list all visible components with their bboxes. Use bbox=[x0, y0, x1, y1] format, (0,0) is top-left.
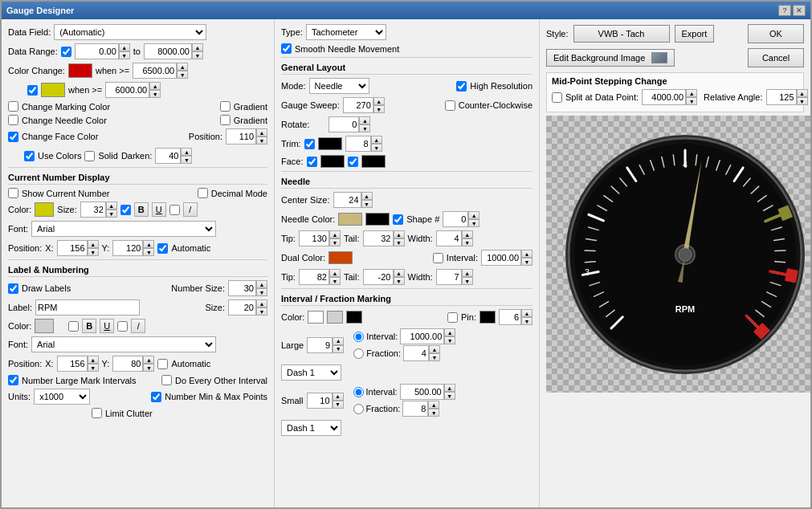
number-large-check[interactable] bbox=[8, 375, 18, 385]
lx-up[interactable]: ▲ bbox=[88, 356, 99, 364]
w2-down[interactable]: ▼ bbox=[462, 277, 473, 285]
color-value2-input[interactable] bbox=[105, 82, 149, 98]
smooth-needle-check[interactable] bbox=[281, 43, 292, 54]
si-down[interactable]: ▼ bbox=[444, 392, 455, 400]
ra-up[interactable]: ▲ bbox=[797, 89, 808, 97]
position-input[interactable] bbox=[226, 128, 256, 145]
label-slash-check[interactable] bbox=[117, 321, 128, 332]
pin-input[interactable] bbox=[499, 309, 521, 325]
interval-check[interactable] bbox=[433, 253, 443, 263]
trim-up[interactable]: ▲ bbox=[371, 136, 382, 144]
range-to-up[interactable]: ▲ bbox=[192, 43, 203, 51]
type-select[interactable]: Tachometer bbox=[306, 24, 386, 40]
split-down[interactable]: ▼ bbox=[686, 97, 697, 105]
label-auto-check[interactable] bbox=[157, 359, 168, 369]
color-change-check2[interactable] bbox=[27, 85, 38, 96]
label-font-select[interactable]: Arial bbox=[31, 336, 216, 352]
limit-clutter-check[interactable] bbox=[92, 408, 102, 418]
tail2-down[interactable]: ▼ bbox=[394, 277, 405, 285]
trim-check[interactable] bbox=[304, 139, 315, 149]
li-down[interactable]: ▼ bbox=[444, 336, 455, 344]
small-interval-input[interactable] bbox=[400, 384, 444, 400]
small-interval-radio[interactable] bbox=[353, 387, 364, 397]
trim-input[interactable] bbox=[345, 136, 371, 152]
darken-up[interactable]: ▲ bbox=[181, 148, 192, 156]
darken-input[interactable] bbox=[155, 148, 181, 164]
current-font-select[interactable]: Arial bbox=[31, 221, 216, 237]
label-slash-button[interactable]: / bbox=[131, 319, 145, 333]
label-underline-button[interactable]: U bbox=[100, 319, 114, 333]
change-face-check[interactable] bbox=[8, 132, 18, 142]
cv2-up[interactable]: ▲ bbox=[149, 82, 161, 90]
high-res-check[interactable] bbox=[456, 81, 467, 92]
needle-color-box1[interactable] bbox=[338, 213, 362, 226]
label-bold-button[interactable]: B bbox=[82, 319, 96, 333]
bold-button[interactable]: B bbox=[134, 202, 149, 217]
int-down[interactable]: ▼ bbox=[521, 258, 532, 266]
darken-down[interactable]: ▼ bbox=[181, 156, 192, 164]
ns-up[interactable]: ▲ bbox=[256, 280, 267, 288]
large-input[interactable] bbox=[307, 337, 333, 353]
underline-button[interactable]: U bbox=[152, 202, 166, 217]
tip2-down[interactable]: ▼ bbox=[329, 277, 341, 285]
data-field-select[interactable]: (Automatic) bbox=[54, 24, 206, 40]
if-color-box3[interactable] bbox=[346, 311, 362, 324]
show-current-check[interactable] bbox=[8, 188, 18, 198]
cv1-up[interactable]: ▲ bbox=[177, 63, 188, 71]
large-up[interactable]: ▲ bbox=[333, 337, 344, 345]
cs-up[interactable]: ▲ bbox=[106, 202, 117, 210]
color-box-red[interactable] bbox=[68, 63, 92, 78]
face-color-box[interactable] bbox=[320, 155, 345, 168]
rot-down[interactable]: ▼ bbox=[359, 124, 370, 132]
censize-up[interactable]: ▲ bbox=[361, 192, 373, 200]
sf-down[interactable]: ▼ bbox=[428, 409, 439, 417]
dual-color-box[interactable] bbox=[328, 251, 353, 264]
small-fraction-input[interactable] bbox=[402, 401, 428, 417]
current-size-input[interactable] bbox=[80, 202, 106, 218]
w-up[interactable]: ▲ bbox=[462, 230, 473, 238]
help-button[interactable]: ? bbox=[778, 5, 791, 16]
small-down[interactable]: ▼ bbox=[333, 401, 344, 409]
pin-down[interactable]: ▼ bbox=[521, 317, 532, 325]
use-colors-check[interactable] bbox=[24, 151, 35, 161]
change-needle-check[interactable] bbox=[8, 115, 18, 125]
w-down[interactable]: ▼ bbox=[462, 238, 473, 246]
cy-down[interactable]: ▼ bbox=[143, 248, 154, 256]
needle-shape-check[interactable] bbox=[393, 214, 403, 225]
small-dash-select[interactable]: Dash 1 bbox=[281, 420, 341, 436]
w2-up[interactable]: ▲ bbox=[462, 269, 473, 277]
small-input[interactable] bbox=[307, 393, 333, 409]
trim-down[interactable]: ▼ bbox=[371, 144, 382, 152]
cx-up[interactable]: ▲ bbox=[88, 240, 99, 248]
gs-down[interactable]: ▼ bbox=[373, 105, 385, 113]
color-box-yellow[interactable] bbox=[41, 83, 65, 97]
sf-up[interactable]: ▲ bbox=[428, 401, 439, 409]
split-up[interactable]: ▲ bbox=[686, 89, 697, 97]
draw-labels-check[interactable] bbox=[8, 283, 18, 294]
units-select[interactable]: x1000 bbox=[34, 389, 90, 405]
change-marking-check[interactable] bbox=[8, 101, 18, 112]
ly-up[interactable]: ▲ bbox=[143, 356, 154, 364]
large-dash-select[interactable]: Dash 1 bbox=[281, 364, 341, 381]
gauge-sweep-input[interactable] bbox=[343, 97, 373, 113]
number-size-input[interactable] bbox=[228, 280, 256, 296]
pos-up[interactable]: ▲ bbox=[256, 128, 267, 136]
label-y-input[interactable] bbox=[112, 356, 143, 372]
censize-down[interactable]: ▼ bbox=[361, 200, 373, 208]
rotate-input[interactable] bbox=[328, 116, 359, 132]
edit-bg-button[interactable]: Edit Background Image bbox=[546, 49, 675, 67]
lx-down[interactable]: ▼ bbox=[88, 364, 99, 372]
pos-down[interactable]: ▼ bbox=[256, 136, 267, 145]
rot-up[interactable]: ▲ bbox=[359, 116, 370, 124]
width-input[interactable] bbox=[436, 230, 462, 246]
tail-up[interactable]: ▲ bbox=[394, 230, 405, 238]
tip-input[interactable] bbox=[299, 230, 329, 246]
gradient1-check[interactable] bbox=[220, 101, 231, 112]
tail-down[interactable]: ▼ bbox=[394, 238, 405, 246]
style-button[interactable]: VWB - Tach bbox=[573, 25, 670, 43]
small-fraction-radio[interactable] bbox=[353, 404, 364, 414]
large-down[interactable]: ▼ bbox=[333, 345, 344, 353]
cx-down[interactable]: ▼ bbox=[88, 248, 99, 256]
label-color-box[interactable] bbox=[35, 319, 54, 333]
current-x-input[interactable] bbox=[57, 240, 88, 256]
